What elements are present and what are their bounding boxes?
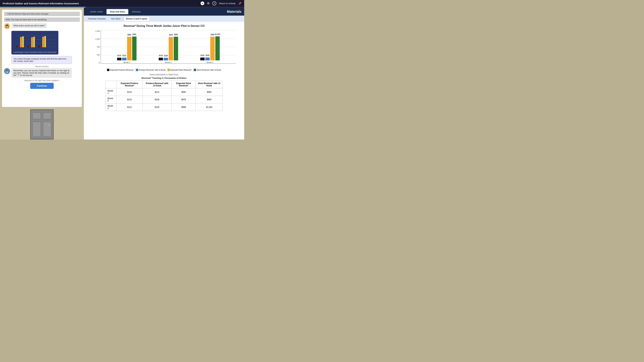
door-frame	[30, 109, 54, 140]
bar-m2-expected-produce	[159, 58, 163, 60]
month2-bars: $110 $108 $978	[159, 37, 178, 60]
cell-month1-sj: $995	[196, 88, 223, 96]
bar-group-month2: $110 $108 $978	[159, 37, 178, 64]
narrator-label: Narrator (she/her)	[4, 66, 80, 68]
legend-label-expected-produce: Expected Produce Revenue*	[110, 69, 134, 71]
bar-label-m1-es: $980	[128, 34, 131, 36]
legend-swatch-expected-produce	[107, 69, 109, 71]
sub-tab-denver-report[interactable]: Denver S and S report	[124, 16, 150, 21]
table-header-row: Expected Produce Revenue* Produce Revenu…	[106, 81, 223, 88]
bar-m3-expected-produce	[200, 58, 204, 60]
bar-m2-store-jj	[174, 37, 178, 60]
bar-label-m1-ep: $115	[118, 55, 121, 56]
materials-header: Jumbo Juicer Stop and Save Glossary Mate…	[84, 8, 244, 16]
bar-m3-expected-store	[210, 37, 215, 60]
cell-month2-pj: $108	[142, 96, 172, 104]
chart-legend: Expected Produce Revenue* Produce Revenu…	[87, 69, 241, 71]
col-header-expected-store: Expected Store Revenue*	[172, 81, 196, 88]
legend-swatch-store-jj	[194, 69, 196, 71]
y-label-1400: 1,400	[90, 30, 100, 32]
gear-icon[interactable]: ⚙	[207, 2, 210, 5]
bar-m1-store-jj	[132, 36, 136, 60]
bar-group-month1: $115 $112 $980	[117, 36, 136, 64]
sub-tab-your-store[interactable]: Your Store	[109, 17, 123, 21]
table-row-month2: Month 2 $110 $108 $978 $990	[106, 96, 223, 104]
topbar: Proficient Gather and Assess Relevant In…	[0, 0, 244, 7]
mini-bar-group-2	[27, 37, 35, 47]
sub-tab-franchise-overview[interactable]: Franchise Overview	[86, 17, 108, 21]
legend-label-expected-store: Expected Store Revenue*	[170, 69, 192, 71]
cell-month2-label: Month 2	[106, 96, 116, 104]
sub-tab-bar: Franchise Overview Your Store Denver S a…	[84, 16, 244, 22]
y-label-0: 0	[90, 62, 100, 64]
bar-label-m3-es: $988	[211, 34, 214, 36]
col-header-expected-produce: Expected Produce Revenue*	[116, 81, 142, 88]
continue-button[interactable]: Continue	[30, 83, 54, 89]
system-msg-1: – Call the Denver Stop and Save store ma…	[4, 12, 80, 16]
month3-bars: $122 $120 $988	[200, 36, 220, 60]
character-avatar: 👩	[4, 23, 10, 29]
chart-preview: Look through S and S records for data on…	[12, 31, 58, 54]
question-row: 👩 What action would you like to take?	[4, 23, 80, 29]
chart-caption: Look through S and S records for data on…	[13, 51, 57, 53]
month1-bars: $115 $112 $980	[117, 36, 136, 60]
tab-stop-and-save[interactable]: Stop and Save	[106, 9, 128, 14]
result-row: You check through company records and fi…	[4, 56, 80, 64]
revenue-table: Expected Produce Revenue* Produce Revenu…	[105, 81, 223, 111]
cell-month2-ep: $110	[116, 96, 142, 104]
bar-label-m2-ep: $110	[159, 55, 163, 56]
cell-month3-es: $988	[172, 104, 196, 111]
result-bubble: You check through company records and fi…	[12, 56, 72, 64]
content-area: Revenue* During Three Month Jumbo Juicer…	[84, 22, 244, 140]
bar-m1-expected-store	[127, 37, 132, 60]
legend-expected-produce: Expected Produce Revenue*	[107, 69, 134, 71]
month1-label: Month 1	[124, 61, 130, 64]
bar-chart-wrapper: 1,400 1,050 700 350 0	[100, 30, 236, 67]
legend-swatch-produce-jj	[136, 69, 138, 71]
legend-label-store-jj: Store Revenue* with JJ Kiosk	[197, 69, 221, 71]
table-subtitle: Same information in Table Form	[87, 74, 241, 76]
bar-label-m1-sj: $995	[132, 34, 136, 36]
legend-label-produce-jj: Produce Revenue* with JJ Kiosk	[139, 69, 166, 71]
bar-label-m2-pj: $108	[164, 55, 168, 57]
door-knob	[48, 124, 50, 126]
cell-month1-ep: $115	[116, 88, 142, 96]
door-panel-top-right	[43, 112, 51, 119]
pin-icon[interactable]: 📌	[238, 2, 242, 5]
bar-group-month3: $122 $120 $988	[200, 36, 220, 64]
materials-label: Materials	[224, 10, 242, 14]
table-row-month3: Month 3 $122 $120 $988 $1,005	[106, 104, 223, 111]
legend-expected-store: Expected Store Revenue*	[168, 69, 192, 71]
bar-label-m2-sj: $990	[174, 34, 178, 36]
tab-glossary[interactable]: Glossary	[129, 9, 144, 14]
bar-m1-produce-jj	[122, 58, 126, 60]
materials-updated-notice: Materials on the right have been updated…	[4, 80, 80, 82]
cell-month3-sj: $1,005	[196, 104, 223, 111]
cell-month3-label: Month 3	[106, 104, 116, 111]
door-panel-top-left	[32, 112, 41, 119]
cell-month1-pj: $112	[142, 88, 172, 96]
chart-area: $115 $112 $980	[100, 30, 236, 64]
bar-label-m3-pj: $120	[206, 54, 209, 56]
bar-m2-expected-store	[169, 37, 173, 60]
tab-bar: Jumbo Juicer Stop and Save Glossary	[86, 9, 224, 14]
bar-label-m3-ep: $122	[200, 54, 204, 56]
y-axis: 1,400 1,050 700 350 0	[90, 30, 100, 64]
play-button[interactable]	[200, 2, 204, 5]
door-area	[30, 109, 54, 140]
chat-area: – Call the Denver Stop and Save store ma…	[2, 10, 82, 107]
tab-jumbo-juicer[interactable]: Jumbo Juicer	[86, 9, 106, 14]
help-button[interactable]: ?	[212, 1, 216, 5]
cell-month1-label: Month 1	[106, 88, 116, 96]
col-header-produce-jj: Produce Revenue* with JJ Kiosk	[142, 81, 172, 88]
return-to-activity-button[interactable]: Return to Activity	[219, 2, 236, 5]
bar-label-m3-sj: $1,005	[215, 33, 220, 35]
y-label-700: 700	[90, 46, 100, 48]
mini-bar-group-1	[16, 36, 24, 47]
table-row-month1: Month 1 $115 $112 $980 $995	[106, 88, 223, 96]
month2-label: Month 2	[165, 61, 172, 64]
left-panel: – Call the Denver Stop and Save store ma…	[0, 8, 84, 140]
bar-label-m2-es: $978	[169, 34, 173, 36]
chart-title: Revenue* During Three Month Jumbo Juicer…	[87, 24, 241, 28]
month3-label: Month 3	[206, 61, 213, 64]
